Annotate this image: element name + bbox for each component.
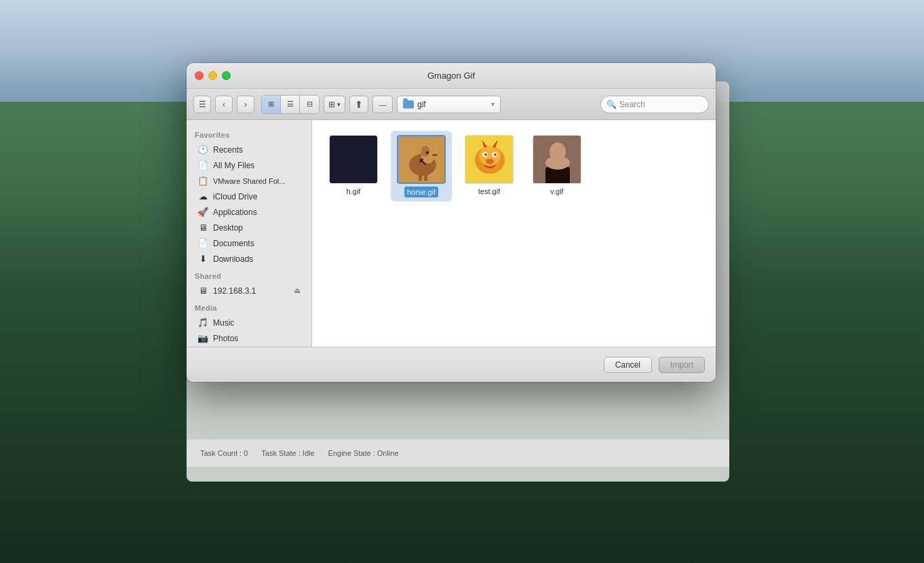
search-icon: 🔍 [607,100,617,109]
sidebar-item-documents-label: Documents [213,239,254,248]
recents-icon: 🕐 [197,144,208,155]
maximize-button[interactable] [222,71,231,80]
svg-point-3 [421,146,429,157]
file-browser: h.gif [312,120,716,347]
file-thumbnail-horse-gif: ↖ [397,135,446,184]
shared-section-label: Shared [187,267,311,283]
sidebar-item-icloud-label: iCloud Drive [213,192,257,201]
sidebar-item-all-files[interactable]: 📄 All My Files [189,157,309,173]
file-item-horse-gif[interactable]: ↖ horse.gif [391,131,452,201]
file-name-test-gif: test.gif [478,187,500,196]
icon-view-button[interactable]: ⊞ [262,96,281,113]
app-status-bar: Task Count : 0 Task State : Idle Engine … [187,440,729,467]
traffic-lights [195,71,231,80]
tag-button[interactable]: — [372,96,393,113]
title-bar: Gmagon Gif [187,63,716,89]
arrange-icon: ⊞ [328,100,335,109]
thumb-portrait [533,136,581,183]
thumb-h-dark [330,136,377,183]
sidebar-item-recents[interactable]: 🕐 Recents [189,142,309,157]
sidebar-item-applications-label: Applications [213,208,257,217]
applications-icon: 🚀 [197,207,208,217]
action-bar: Cancel Import [187,347,716,382]
sidebar-item-vmware[interactable]: 📋 VMware Shared Fol... [189,173,309,189]
back-button[interactable]: ‹ [215,96,233,113]
svg-point-15 [484,153,487,156]
file-name-horse-gif: horse.gif [404,187,438,197]
path-dropdown[interactable]: gif ▾ [397,96,501,113]
arrange-chevron-icon: ▾ [337,101,341,108]
file-thumbnail-test-gif [465,135,514,184]
column-view-button[interactable]: ⊟ [300,96,319,113]
list-view-button[interactable]: ☰ [281,96,300,113]
sidebar-item-documents[interactable]: 📄 Documents [189,235,309,251]
file-item-test-gif[interactable]: test.gif [459,131,520,201]
upload-icon: ⬆ [355,99,363,110]
photos-icon: 📷 [197,333,208,343]
desktop-icon: 🖥 [197,222,208,233]
svg-point-21 [545,156,570,170]
thumb-horse [398,136,444,182]
arrange-button[interactable]: ⊞ ▾ [324,96,345,113]
content-area: Favorites 🕐 Recents 📄 All My Files 📋 VMw… [187,120,716,347]
all-files-icon: 📄 [197,160,208,170]
sidebar: Favorites 🕐 Recents 📄 All My Files 📋 VMw… [187,120,312,347]
forward-button[interactable]: › [237,96,254,113]
current-folder-name: gif [417,100,426,109]
sidebar-toggle-icon: ☰ [199,100,206,109]
list-view-icon: ☰ [287,100,294,109]
dialog-title: Gmagon Gif [427,71,475,81]
file-thumbnail-v-gif [533,135,581,184]
sidebar-item-music[interactable]: 🎵 Music [189,315,309,330]
thumb-dragon [465,136,513,183]
svg-point-17 [486,159,494,164]
view-mode-buttons: ⊞ ☰ ⊟ [261,95,320,114]
file-item-h-gif[interactable]: h.gif [323,131,384,201]
tag-icon: — [379,100,387,109]
sidebar-item-icloud[interactable]: ☁ iCloud Drive [189,189,309,204]
sidebar-item-photos[interactable]: 📷 Photos [189,330,309,346]
dragon-svg [465,136,514,184]
vmware-icon: 📋 [197,176,208,186]
shared-computer-icon: 🖥 [197,286,208,296]
import-button[interactable]: Import [659,357,705,373]
eject-icon[interactable]: ⏏ [294,286,301,295]
sidebar-item-shared-computer-label: 192.168.3.1 [213,286,256,296]
search-box[interactable]: 🔍 Search [600,96,709,113]
documents-icon: 📄 [197,238,208,248]
file-thumbnail-h-gif [329,135,378,184]
horse-svg [398,136,446,184]
close-button[interactable] [195,71,204,80]
sidebar-item-applications[interactable]: 🚀 Applications [189,204,309,220]
cancel-button[interactable]: Cancel [604,357,652,373]
path-chevron-icon: ▾ [491,100,495,108]
column-view-icon: ⊟ [307,100,313,109]
forward-icon: › [244,100,247,109]
sidebar-item-downloads[interactable]: ⬇ Downloads [189,251,309,267]
engine-state-label: Engine State : Online [328,449,399,457]
task-count-label: Task Count : 0 [200,449,248,457]
sidebar-toggle-button[interactable]: ☰ [193,96,211,113]
file-name-v-gif: v.gif [550,187,563,196]
back-icon: ‹ [223,100,225,109]
sidebar-item-all-files-label: All My Files [213,161,254,170]
svg-point-7 [426,151,429,154]
file-name-h-gif: h.gif [347,187,361,196]
file-item-v-gif[interactable]: v.gif [526,131,588,201]
music-icon: 🎵 [197,317,208,328]
portrait-svg [533,136,581,184]
svg-rect-6 [424,172,427,181]
svg-point-16 [494,153,497,156]
minimize-button[interactable] [208,71,217,80]
sidebar-item-recents-label: Recents [213,145,243,155]
sidebar-item-photos-label: Photos [213,334,238,343]
folder-icon [403,100,414,109]
icloud-icon: ☁ [197,191,208,201]
action-button[interactable]: ⬆ [349,96,368,113]
sidebar-item-shared-computer[interactable]: 🖥 192.168.3.1 ⏏ [189,283,309,298]
toolbar: ☰ ‹ › ⊞ ☰ ⊟ ⊞ ▾ ⬆ [187,89,716,120]
sidebar-item-desktop[interactable]: 🖥 Desktop [189,220,309,235]
downloads-icon: ⬇ [197,254,208,264]
media-section-label: Media [187,298,311,315]
import-label: Import [670,360,693,370]
